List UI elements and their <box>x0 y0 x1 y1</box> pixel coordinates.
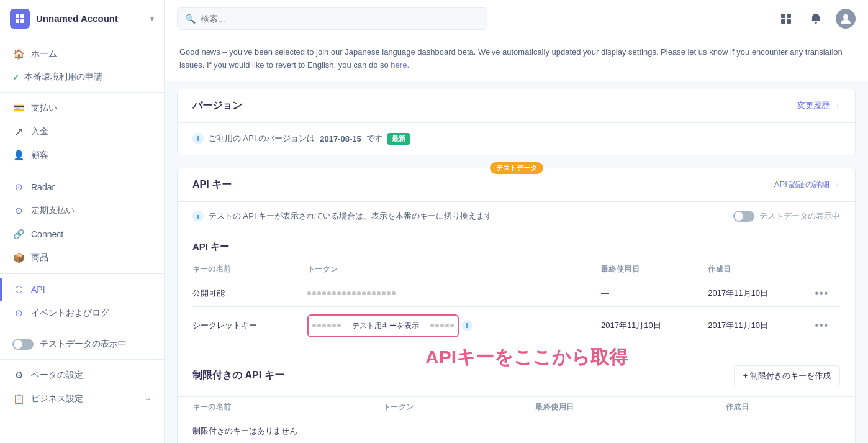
svg-rect-6 <box>781 19 785 24</box>
info-icon3: i <box>461 320 472 331</box>
key-token-public <box>307 280 601 306</box>
toggle-switch[interactable] <box>12 339 34 350</box>
sidebar-item-subscription[interactable]: ⊙ 定期支払い <box>0 199 164 222</box>
changelog-link[interactable]: 変更履歴 → <box>797 100 840 111</box>
col-last-used: 最終使用日 <box>601 259 708 280</box>
arrow-icon: → <box>144 395 151 403</box>
nav-divider <box>0 92 164 93</box>
sidebar-item-radar[interactable]: ⊙ Radar <box>0 175 164 199</box>
no-keys-message: 制限付きのキーはありません <box>192 418 840 443</box>
api-keys-table: キーの名前 トークン 最終使用日 作成日 公開可能 <box>192 259 840 345</box>
sidebar-item-label: 支払い <box>31 103 57 114</box>
notice-link[interactable]: here. <box>391 60 409 70</box>
col-token: トークン <box>307 259 601 280</box>
sidebar-item-apply[interactable]: ✓ 本番環境利用の申請 <box>0 66 164 88</box>
table-row: 公開可能 — <box>192 280 840 306</box>
svg-rect-1 <box>20 14 24 18</box>
latest-badge: 最新 <box>387 133 410 145</box>
col-token-r: トークン <box>383 397 535 418</box>
sidebar-item-payments[interactable]: 💳 支払い <box>0 96 164 120</box>
main: 🔍 Good news – you've been selected to jo… <box>165 0 868 443</box>
sidebar-item-events[interactable]: ⊙ イベントおよびログ <box>0 301 164 325</box>
sidebar-logo <box>10 9 30 29</box>
sidebar-item-label: 定期支払い <box>31 205 75 216</box>
search-icon: 🔍 <box>185 14 196 24</box>
search-box[interactable]: 🔍 <box>177 7 487 30</box>
more-options-icon[interactable]: ••• <box>815 288 829 298</box>
beta-icon: ⚙ <box>12 369 25 381</box>
subscription-icon: ⊙ <box>12 204 25 217</box>
testdata-notice-text: テストの API キーが表示されている場合は、表示を本番のキーに切り換えます <box>209 211 492 222</box>
svg-rect-2 <box>16 19 19 23</box>
restricted-header: 制限付きの API キー + 制限付きのキーを作成 <box>178 355 855 397</box>
account-name: Unnamed Account <box>36 13 150 24</box>
sidebar-item-label: 商品 <box>31 252 48 263</box>
product-icon: 📦 <box>12 252 25 264</box>
sidebar-item-product[interactable]: 📦 商品 <box>0 246 164 270</box>
deposit-icon: ↗ <box>12 126 25 138</box>
sidebar-item-label: ベータの設定 <box>31 370 83 381</box>
version-suffix: です <box>366 133 382 144</box>
search-input[interactable] <box>201 14 479 24</box>
content-area: Good news – you've been selected to join… <box>165 37 868 443</box>
account-chevron[interactable]: ▾ <box>150 14 154 23</box>
nav-divider <box>0 171 164 171</box>
testdata-toggle-switch[interactable] <box>733 211 754 222</box>
check-icon: ✓ <box>12 73 19 82</box>
customer-icon: 👤 <box>12 149 25 162</box>
restricted-title: 制限付きの API キー <box>192 369 284 382</box>
add-restricted-button[interactable]: + 制限付きのキーを作成 <box>734 365 840 386</box>
apikeys-title: API キー <box>192 178 232 191</box>
sidebar-item-label: ビジネス設定 <box>31 393 83 404</box>
notice-text: Good news – you've been selected to join… <box>179 47 843 70</box>
info-icon: i <box>192 133 204 144</box>
sidebar-item-deposit[interactable]: ↗ 入金 <box>0 120 164 144</box>
svg-point-8 <box>843 14 848 19</box>
version-header: バージョン 変更履歴 → <box>178 89 855 123</box>
testdata-toggle-label: テストデータの表示中 <box>759 211 840 222</box>
key-token-secret: テスト用キーを表示 i <box>307 306 601 345</box>
key-actions-secret: ••• <box>815 306 840 345</box>
sidebar-nav: 🏠 ホーム ✓ 本番環境利用の申請 💳 支払い ↗ 入金 👤 顧客 ⊙ Rada… <box>0 37 164 443</box>
more-options-icon[interactable]: ••• <box>815 320 829 331</box>
key-actions-public: ••• <box>815 280 840 306</box>
col-created: 作成日 <box>708 259 815 280</box>
restricted-keys-table: キーの名前 トークン 最終使用日 作成日 制限付きのキーはありません <box>192 397 840 443</box>
connect-icon: 🔗 <box>12 228 25 240</box>
sidebar-item-business[interactable]: 📋 ビジネス設定 → <box>0 387 164 411</box>
apikeys-panel: テストデータ API キー API 認証の詳細 → i テストの API キーが… <box>177 168 856 443</box>
sidebar-item-api[interactable]: ⬡ API <box>0 278 164 301</box>
version-date: 2017-08-15 <box>320 134 361 144</box>
sidebar-item-customer[interactable]: 👤 顧客 <box>0 144 164 167</box>
info-icon2: i <box>192 211 204 222</box>
home-icon: 🏠 <box>12 48 25 60</box>
table-row: 制限付きのキーはありません <box>192 418 840 443</box>
sidebar-item-home[interactable]: 🏠 ホーム <box>0 42 164 66</box>
payments-icon: 💳 <box>12 102 25 114</box>
reveal-key-button[interactable]: テスト用キーを表示 <box>343 317 428 335</box>
business-icon: 📋 <box>12 393 25 405</box>
sidebar-item-label: 本番環境利用の申請 <box>24 71 102 83</box>
topbar: 🔍 <box>165 0 868 37</box>
user-avatar[interactable] <box>836 9 856 29</box>
sidebar-item-label: Radar <box>31 182 55 192</box>
api-subtable-title: API キー <box>192 231 840 259</box>
key-name-secret: シークレットキー <box>192 306 307 345</box>
nav-divider <box>0 273 164 274</box>
table-row: シークレットキー テスト用キーを表示 <box>192 306 840 345</box>
sidebar-item-label: API <box>31 285 45 295</box>
api-icon: ⬡ <box>12 283 25 296</box>
key-created-public: 2017年11月10日 <box>708 280 815 306</box>
key-last-used-secret: 2017年11月10日 <box>601 306 708 345</box>
svg-rect-7 <box>787 19 791 24</box>
key-name-public: 公開可能 <box>192 280 307 306</box>
grid-icon[interactable] <box>776 9 796 29</box>
api-detail-link[interactable]: API 認証の詳細 → <box>774 179 840 190</box>
sidebar-item-beta[interactable]: ⚙ ベータの設定 <box>0 363 164 387</box>
svg-rect-3 <box>20 19 24 23</box>
key-last-used-public: — <box>601 280 708 306</box>
bell-icon[interactable] <box>806 9 826 29</box>
radar-icon: ⊙ <box>12 181 25 193</box>
sidebar-item-connect[interactable]: 🔗 Connect <box>0 222 164 246</box>
testdata-toggle[interactable]: テストデータの表示中 <box>0 333 164 355</box>
